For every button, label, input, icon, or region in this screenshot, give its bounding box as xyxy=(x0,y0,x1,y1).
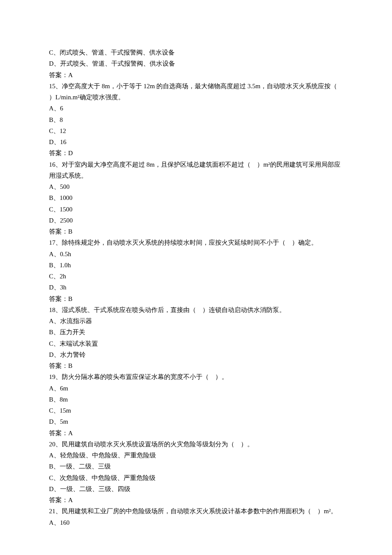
line-18: C、2h xyxy=(49,271,343,282)
line-4: A、6 xyxy=(49,103,343,114)
line-30: C、15m xyxy=(49,405,343,416)
line-6: C、12 xyxy=(49,125,343,136)
line-7: D、16 xyxy=(49,136,343,147)
line-19: D、3h xyxy=(49,282,343,293)
line-36: C、次危险级、中危险级、严重危险级 xyxy=(49,472,343,483)
line-14: 答案：B xyxy=(49,226,343,237)
line-29: B、8m xyxy=(49,394,343,405)
line-27: 19、防火分隔水幕的喷头布置应保证水幕的宽度不小于（ ）。 xyxy=(49,371,343,382)
line-15: 17、除特殊规定外，自动喷水灭火系统的持续喷水时间，应按火灾延续时间不小于（ ）… xyxy=(49,237,343,248)
line-31: D、5m xyxy=(49,416,343,427)
line-28: A、6m xyxy=(49,383,343,394)
line-23: B、压力开关 xyxy=(49,327,343,338)
line-13: D、2500 xyxy=(49,215,343,226)
line-39: 21、民用建筑和工业厂房的中危险级场所，自动喷水灭火系统设计基本参数中的作用面积… xyxy=(49,506,343,517)
line-22: A、水流指示器 xyxy=(49,315,343,327)
line-8: 答案：D xyxy=(49,147,343,159)
line-34: A、轻危险级、中危险级、严重危险级 xyxy=(49,450,343,461)
line-11: B、1000 xyxy=(49,192,343,203)
line-17: B、1.0h xyxy=(49,260,343,271)
line-21: 18、湿式系统、干式系统应在喷头动作后，直接由（ ）连锁自动启动供水消防泵。 xyxy=(49,304,343,315)
line-32: 答案：A xyxy=(49,428,343,439)
line-5: B、8 xyxy=(49,114,343,125)
line-3: 15、净空高度大于 8m，小于等于 12m 的自选商场，最大储物高度超过 3.5… xyxy=(49,81,343,103)
line-35: B、一级、二级、三级 xyxy=(49,461,343,472)
line-20: 答案：B xyxy=(49,293,343,304)
line-33: 20、民用建筑自动喷水灭火系统设置场所的火灾危险等级划分为（ ）。 xyxy=(49,439,343,450)
line-16: A、0.5h xyxy=(49,249,343,260)
line-10: A、500 xyxy=(49,181,343,192)
line-26: 答案：B xyxy=(49,360,343,371)
line-12: C、1500 xyxy=(49,204,343,215)
line-38: 答案：A xyxy=(49,494,343,506)
line-2: 答案：A xyxy=(49,69,343,81)
line-1: D、开式喷头、管道、干式报警阀、供水设备 xyxy=(49,58,343,69)
line-25: D、水力警铃 xyxy=(49,349,343,360)
line-0: C、闭式喷头、管道、干式报警阀、供水设备 xyxy=(49,47,343,58)
line-37: D、一级、二级、三级、四级 xyxy=(49,483,343,494)
line-9: 16、对于室内最大净空高度不超过 8m，且保护区域总建筑面积不超过（ ）m²的民… xyxy=(49,159,343,182)
line-40: A、160 xyxy=(49,517,343,528)
line-24: C、末端试水装置 xyxy=(49,338,343,349)
